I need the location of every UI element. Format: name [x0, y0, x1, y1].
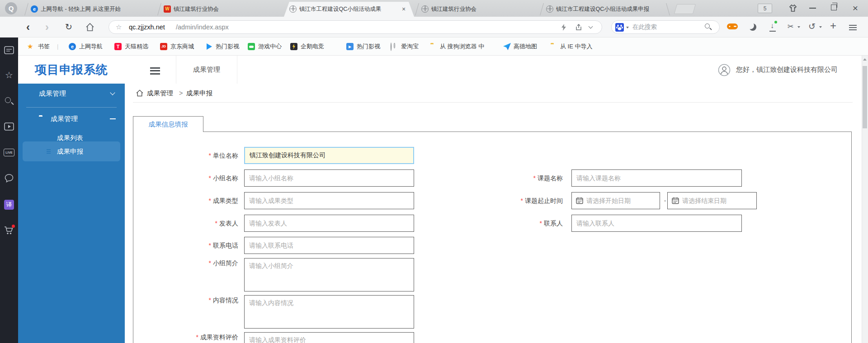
- textarea-content-detail[interactable]: [244, 295, 414, 329]
- bookmark-item[interactable]: 高德地图: [514, 38, 537, 56]
- input-end-date[interactable]: [667, 192, 757, 209]
- search-engine-icon[interactable]: [615, 23, 624, 32]
- home-button[interactable]: [85, 22, 95, 34]
- download-icon[interactable]: ↓: [769, 22, 778, 33]
- undo-dropdown-icon[interactable]: [819, 26, 822, 28]
- night-mode-icon[interactable]: [749, 23, 756, 31]
- sidebar-item-results-declare-selected[interactable]: 成果申报: [18, 140, 125, 161]
- browser-tab-2[interactable]: W 镇江建筑行业协会: [158, 2, 282, 17]
- undo-history-icon[interactable]: ↺: [808, 21, 816, 32]
- bookmark-item[interactable]: 游戏中心: [258, 38, 282, 56]
- required-mark: *: [209, 242, 211, 249]
- bookmark-item[interactable]: 天猫精选: [125, 38, 148, 56]
- textarea-material-evaluation[interactable]: [244, 332, 414, 343]
- top-menu-tab[interactable]: 成果管理: [176, 56, 237, 84]
- notes-card-icon[interactable]: [0, 41, 18, 59]
- bookmarks-star-icon[interactable]: ★: [27, 38, 33, 56]
- textarea-group-intro[interactable]: [244, 258, 414, 291]
- browser-side-strip: ☆ LIVE 译: [0, 38, 18, 343]
- bookmark-icon-tmall[interactable]: T: [114, 43, 122, 50]
- sidebar-group-results[interactable]: 成果管理: [18, 109, 125, 129]
- user-avatar-icon[interactable]: [718, 64, 731, 78]
- input-contact[interactable]: [571, 215, 742, 232]
- live-label: LIVE: [4, 149, 14, 156]
- share-icon[interactable]: [576, 24, 583, 33]
- date-range-start[interactable]: [571, 192, 660, 209]
- bookmark-item[interactable]: 热门影视: [216, 38, 239, 56]
- bookmark-item[interactable]: 上网导航: [79, 38, 103, 56]
- field-label-group-intro: *小组简介: [133, 254, 238, 272]
- address-bar[interactable]: ☆ qc.zjjzxh.net /admin/index.aspx: [108, 20, 602, 34]
- skin-theme-icon[interactable]: [788, 4, 798, 15]
- close-window-button[interactable]: ×: [850, 2, 861, 14]
- search-icon[interactable]: [0, 92, 18, 110]
- browser-tab-1[interactable]: e 上网导航 - 轻快上网 从这里开始: [25, 2, 156, 17]
- input-start-date[interactable]: [571, 192, 660, 209]
- bookmark-icon-jd[interactable]: JD: [160, 43, 167, 50]
- input-topic-name[interactable]: [571, 169, 742, 187]
- form-tab-active[interactable]: 成果信息填报: [133, 116, 203, 132]
- video-player-icon[interactable]: [0, 117, 18, 136]
- bookmark-icon-video[interactable]: ▶: [346, 43, 354, 50]
- date-range-end[interactable]: [667, 192, 757, 209]
- bookmark-icon-nav[interactable]: e: [69, 43, 76, 50]
- refresh-button[interactable]: ↻: [65, 17, 72, 38]
- bookmark-item[interactable]: 爱淘宝: [401, 38, 419, 56]
- menu-hamburger-icon[interactable]: [849, 23, 857, 32]
- bookmarks-label[interactable]: 书签: [38, 38, 50, 56]
- input-result-type[interactable]: [244, 192, 414, 209]
- tab-close-icon[interactable]: ×: [400, 5, 408, 13]
- translate-icon[interactable]: 译: [0, 196, 18, 214]
- tab-title: 镇江市工程建设QC小组活动成果申报: [556, 2, 662, 17]
- bookmark-icon-globe[interactable]: [391, 42, 392, 51]
- bookmark-icon-game[interactable]: [248, 43, 255, 50]
- address-dropdown-icon[interactable]: [589, 24, 593, 29]
- add-plus-icon[interactable]: +: [830, 19, 836, 32]
- field-label-publisher: *发表人: [133, 215, 238, 232]
- bookmark-icon-penguin[interactable]: [290, 43, 297, 50]
- bookmark-item[interactable]: 从 搜狗浏览器 中: [440, 38, 484, 56]
- input-unit-name[interactable]: [244, 147, 414, 164]
- favorites-star-icon[interactable]: ☆: [0, 66, 18, 84]
- chat-bubble-icon[interactable]: [0, 169, 18, 188]
- required-mark: *: [209, 174, 211, 182]
- search-box[interactable]: 在此搜索: [611, 20, 720, 34]
- shopping-cart-icon[interactable]: [0, 221, 18, 240]
- search-magnifier-icon[interactable]: [705, 23, 710, 28]
- bookmark-item[interactable]: 热门影视: [357, 38, 380, 56]
- screenshot-scissors-icon[interactable]: ✂: [788, 22, 793, 31]
- home-icon[interactable]: [136, 89, 144, 99]
- breadcrumb-item[interactable]: 成果申报: [186, 84, 212, 103]
- input-group-name[interactable]: [244, 169, 414, 187]
- app-title: 项目申报系统: [18, 56, 125, 84]
- bookmark-item[interactable]: 从 IE 中导入: [560, 38, 593, 56]
- breadcrumb-item[interactable]: 成果管理: [147, 84, 173, 103]
- back-button[interactable]: ‹: [26, 17, 30, 38]
- reader-lightning-icon[interactable]: [561, 24, 566, 33]
- bookmark-item[interactable]: 京东商城: [170, 38, 194, 56]
- search-engine-dropdown-icon[interactable]: [626, 27, 629, 28]
- input-phone[interactable]: [244, 237, 414, 254]
- sidebar-toggle-hamburger[interactable]: [150, 66, 160, 76]
- scrollbar-thumb[interactable]: [863, 66, 867, 128]
- bookmark-icon-play[interactable]: [207, 43, 212, 50]
- bookmark-star-icon[interactable]: ☆: [116, 21, 122, 33]
- minimize-button[interactable]: [809, 8, 816, 9]
- screenshot-dropdown-icon[interactable]: [797, 26, 800, 28]
- forward-button[interactable]: ›: [45, 17, 49, 38]
- maximize-restore-button[interactable]: [831, 5, 837, 10]
- tab-count-badge[interactable]: 5: [758, 4, 772, 13]
- input-publisher[interactable]: [244, 215, 414, 232]
- browser-tab-3-active[interactable]: 镇江市工程建设QC小组活动成果 ×: [284, 2, 414, 17]
- bookmark-item[interactable]: 企鹅电竞: [301, 38, 324, 56]
- bookmark-icon-amap[interactable]: [503, 43, 511, 50]
- new-tab-button[interactable]: [674, 4, 696, 14]
- app-sidebar: 成果管理 成果管理 成果列表 成果申报: [18, 84, 125, 343]
- game-center-icon[interactable]: [726, 23, 738, 33]
- browser-tab-5[interactable]: 镇江市工程建设QC小组活动成果申报: [541, 2, 669, 17]
- live-icon[interactable]: LIVE: [0, 144, 18, 162]
- sidebar-root-menu[interactable]: 成果管理: [18, 84, 125, 103]
- scrollbar-up-arrow[interactable]: [863, 58, 867, 61]
- browser-tab-4[interactable]: 镇江建筑行业协会: [416, 2, 539, 17]
- browser-logo[interactable]: Q: [5, 2, 17, 14]
